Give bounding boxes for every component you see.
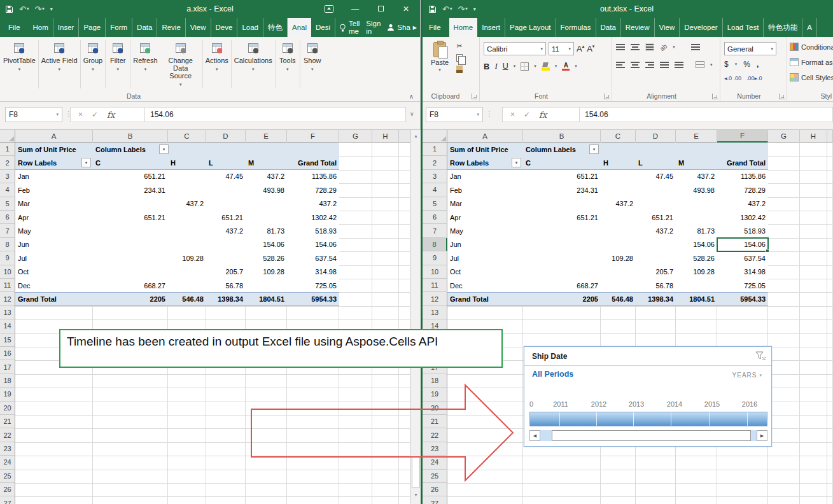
pivot-cell-A10[interactable]: Oct	[447, 265, 523, 279]
pivot-cell-E4[interactable]: 493.98	[676, 183, 717, 197]
pivot-cell-D6[interactable]: 651.21	[206, 211, 246, 224]
scroll-down-icon[interactable]: ▼	[411, 489, 421, 500]
tell-me-box[interactable]: Tell me	[339, 20, 360, 35]
row-header-5[interactable]: 5	[0, 197, 15, 211]
comma-format-icon[interactable]: ,	[757, 60, 759, 69]
cut-icon[interactable]: ✂	[456, 42, 462, 50]
bold-button[interactable]: B	[484, 62, 489, 71]
pivot-cell-A5[interactable]: Mar	[15, 197, 93, 211]
tab-formulas[interactable]: Formulas	[556, 18, 596, 37]
pivot-cell-A3[interactable]: Jan	[447, 170, 523, 183]
pivot-cell-F7[interactable]: 518.93	[287, 224, 339, 237]
column-header-partial[interactable]	[399, 130, 410, 143]
tab-inser[interactable]: Inser	[53, 18, 80, 37]
tab-hom[interactable]: Hom	[29, 18, 53, 37]
format-as-table-button[interactable]: Format as T	[801, 59, 833, 66]
tab-page-layout[interactable]: Page Layout	[505, 18, 556, 37]
pivot-cell-F4[interactable]: 728.29	[287, 183, 339, 197]
timeline-scroll-thumb[interactable]	[552, 430, 751, 441]
pivot-cell-E9[interactable]: 528.26	[676, 251, 717, 265]
increase-decimal-icon[interactable]: ◂.0 .00	[724, 75, 741, 81]
column-header-C[interactable]: C	[601, 130, 636, 143]
insert-function-icon[interactable]: fx	[107, 110, 115, 120]
pivot-cell-F2[interactable]: Grand Total	[287, 156, 339, 169]
column-header-B[interactable]: B	[523, 130, 601, 143]
column-header-A[interactable]: A	[447, 130, 523, 143]
orientation-icon[interactable]: ab	[659, 42, 669, 52]
selected-cell-outline[interactable]	[717, 237, 769, 252]
ribbon-display-options-icon[interactable]	[325, 5, 335, 13]
row-header-7[interactable]: 7	[423, 224, 447, 237]
row-header-3[interactable]: 3	[423, 170, 447, 183]
column-header-H[interactable]: H	[800, 130, 827, 143]
worksheet-grid[interactable]: ABCDEFGH12345678910111213141516171819202…	[0, 130, 421, 504]
tab-item[interactable]: 特色功能	[764, 18, 802, 37]
wrap-text-icon[interactable]	[691, 44, 700, 50]
pivot-cell-D3[interactable]: 47.45	[636, 170, 676, 183]
pivot-cell-D7[interactable]: 437.2	[206, 224, 246, 237]
confirm-entry-icon[interactable]: ✓	[92, 110, 98, 119]
pivot-cell-A8[interactable]: Jun	[447, 238, 523, 251]
actions-button[interactable]: Actions▾	[204, 37, 230, 92]
pivot-cell-F6[interactable]: 1302.42	[287, 211, 339, 224]
pivot-cell-C9[interactable]: 109.28	[601, 251, 636, 265]
row-header-23[interactable]: 23	[423, 442, 447, 456]
pivot-cell-E8[interactable]: 154.06	[246, 238, 287, 251]
selection-fill-handle[interactable]	[766, 249, 769, 253]
row-header-25[interactable]: 25	[0, 470, 15, 483]
pivot-cell-D6[interactable]: 651.21	[636, 211, 676, 224]
row-header-2[interactable]: 2	[0, 156, 15, 169]
tab-file[interactable]: File	[0, 18, 29, 37]
row-header-13[interactable]: 13	[423, 306, 447, 319]
pivot-cell-A6[interactable]: Apr	[15, 211, 93, 224]
tab-a[interactable]: A	[802, 18, 817, 37]
font-name-select[interactable]: Calibri▾	[484, 42, 546, 55]
tools-button[interactable]: Tools▾	[276, 37, 299, 92]
align-left-icon[interactable]	[616, 62, 625, 68]
row-header-16[interactable]: 16	[0, 347, 15, 360]
row-header-21[interactable]: 21	[423, 415, 447, 428]
close-icon[interactable]: ✕	[401, 4, 411, 13]
tab-review[interactable]: Review	[621, 18, 655, 37]
pivot-cell-D7[interactable]: 437.2	[636, 224, 676, 237]
pivot-cell-F5[interactable]: 437.2	[717, 197, 768, 211]
select-all-corner[interactable]	[423, 130, 447, 143]
row-header-20[interactable]: 20	[423, 402, 447, 415]
timeline-scroll-left-icon[interactable]: ◀	[529, 430, 540, 441]
italic-button[interactable]: I	[494, 61, 497, 71]
pivot-cell-E10[interactable]: 109.28	[676, 265, 717, 279]
column-header-D[interactable]: D	[636, 130, 676, 143]
timeline-scroll-right-icon[interactable]: ▶	[757, 430, 767, 441]
cancel-entry-icon[interactable]: ×	[510, 110, 515, 119]
share-button[interactable]: Sha ▶	[387, 24, 417, 31]
decrease-decimal-icon[interactable]: .00▸.0	[746, 75, 762, 81]
accounting-format-icon[interactable]: $	[724, 60, 729, 69]
align-right-icon[interactable]	[645, 62, 654, 68]
tab-data[interactable]: Data	[596, 18, 621, 37]
column-header-F[interactable]: F	[717, 130, 768, 143]
pivot-cell-B3[interactable]: 651.21	[523, 170, 601, 183]
group-button[interactable]: Group▾	[81, 37, 105, 92]
pivot-cell-A9[interactable]: Jul	[447, 251, 523, 265]
tab-view[interactable]: View	[186, 18, 211, 37]
tab-home[interactable]: Home	[449, 18, 478, 37]
pivot-cell-B11[interactable]: 668.27	[523, 279, 601, 292]
pivot-cell-F7[interactable]: 518.93	[717, 224, 768, 237]
tab-load-test[interactable]: Load Test	[723, 18, 764, 37]
cell-styles-button[interactable]: Cell Styles	[801, 74, 833, 81]
change-data-source-button[interactable]: Change Data Source▾	[160, 37, 202, 92]
pivot-cell-F4[interactable]: 728.29	[717, 183, 768, 197]
row-header-4[interactable]: 4	[0, 183, 15, 197]
pivot-cell-A8[interactable]: Jun	[15, 238, 93, 251]
grow-font-button[interactable]: A▴	[577, 44, 584, 53]
decrease-indent-icon[interactable]	[660, 62, 669, 68]
percent-format-icon[interactable]: %	[743, 60, 750, 69]
confirm-entry-icon[interactable]: ✓	[524, 110, 530, 119]
clear-filter-icon[interactable]	[755, 351, 766, 361]
row-header-6[interactable]: 6	[423, 211, 447, 224]
pivot-table[interactable]: Sum of Unit PriceColumn Labels▾Row Label…	[447, 143, 768, 306]
pivot-cell-B6[interactable]: 651.21	[93, 211, 168, 224]
pivot-cell-B12[interactable]: 2205	[523, 293, 601, 305]
column-header-B[interactable]: B	[93, 130, 168, 143]
pivot-cell-C5[interactable]: 437.2	[601, 197, 636, 211]
